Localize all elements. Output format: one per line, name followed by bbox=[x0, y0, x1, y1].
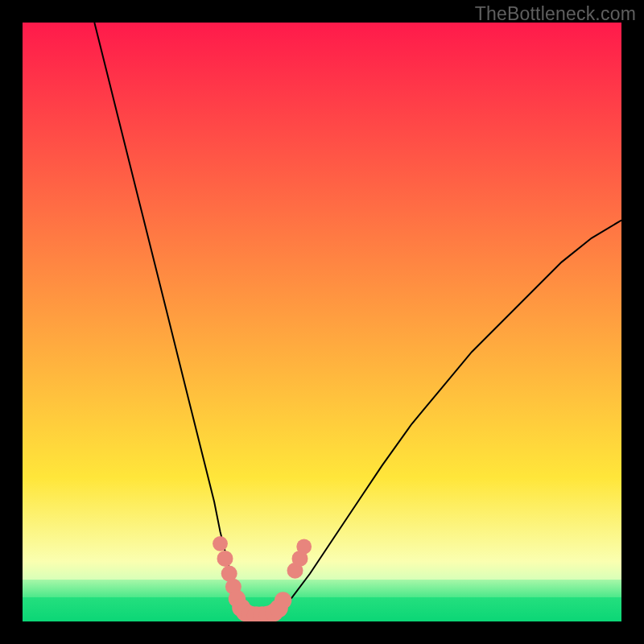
marker-point bbox=[296, 539, 312, 555]
chart-frame: TheBottleneck.com bbox=[0, 0, 644, 644]
plot-svg bbox=[23, 23, 621, 621]
watermark-text: TheBottleneck.com bbox=[475, 3, 636, 25]
background-gradient bbox=[23, 23, 621, 621]
marker-point bbox=[213, 536, 228, 551]
marker-point bbox=[275, 592, 291, 609]
marker-point bbox=[217, 551, 233, 567]
plot-area bbox=[23, 23, 621, 621]
